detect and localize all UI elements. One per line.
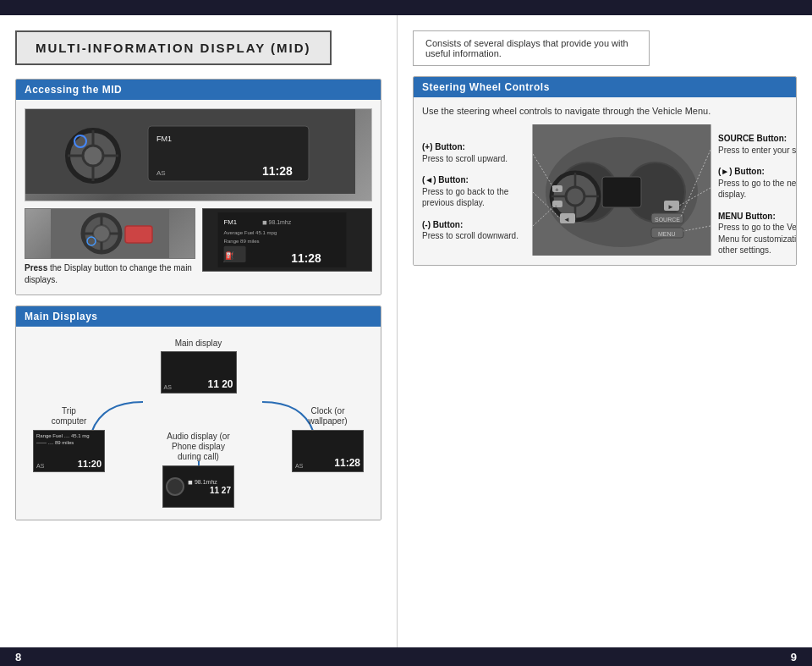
accessing-mid-content: FM1 11:28 AS (16, 100, 381, 294)
plus-button-label: (+) Button: Press to scroll upward. (422, 141, 525, 164)
svg-text:FM1: FM1 (156, 135, 172, 143)
clock-time: 11:28 (334, 457, 360, 469)
steering-description: Use the steering wheel controls to navig… (422, 106, 787, 116)
svg-point-2 (83, 146, 103, 166)
steering-controls-header: Steering Wheel Controls (414, 77, 796, 97)
next-button-title: (►) Button: (718, 167, 765, 176)
svg-text:-: - (555, 201, 557, 209)
plus-button-title: (+) Button: (422, 142, 465, 151)
back-button-title: (◄) Button: (422, 175, 469, 184)
next-button-label: (►) Button: Press to go to the next disp… (718, 166, 797, 201)
back-button-label: (◄) Button: Press to go back to the prev… (422, 174, 525, 209)
main-screen-time: 11 20 (207, 378, 233, 390)
mid-lower-left: Press the Display button to change the m… (25, 208, 195, 286)
svg-text:11:28: 11:28 (262, 164, 293, 178)
trip-computer-label: Trip computer (44, 406, 95, 427)
main-title-area: MULTI-INFORMATION DISPLAY (MID) (15, 30, 381, 65)
minus-button-text: Press to scroll downward. (422, 231, 518, 240)
main-screen-as: AS (164, 384, 172, 390)
svg-text:SOURCE: SOURCE (655, 217, 680, 223)
steering-controls-content: Use the steering wheel controls to navig… (414, 97, 796, 265)
clock-label: Clock (or wallpaper) (296, 406, 359, 427)
top-bar (0, 0, 812, 15)
mid-lower-row: Press the Display button to change the m… (25, 208, 372, 286)
mid-lower-right: FM1 ◼ 98.1mhz Average Fuel 45.1 mpg Rang… (202, 208, 373, 286)
menu-button-title: MENU Button: (718, 212, 776, 221)
svg-point-40 (566, 187, 584, 206)
main-displays-content: Main display AS 11 20 (16, 327, 381, 520)
main-display-screen: AS 11 20 (161, 351, 237, 394)
svg-text:◼ 98.1mhz: ◼ 98.1mhz (261, 219, 291, 225)
press-rest: the Display button to change the main di… (25, 263, 192, 284)
svg-text:AS: AS (156, 169, 166, 177)
bottom-bar: 8 9 (0, 647, 812, 666)
trip-computer-item: Trip computer Range Fuel .... 45.1 mg ——… (33, 406, 105, 472)
accessing-mid-header: Accessing the MID (16, 80, 381, 100)
trip-as: AS (36, 463, 44, 469)
svg-text:Average Fuel  45.1 mpg: Average Fuel 45.1 mpg (223, 230, 277, 235)
source-button-text: Press to enter your selection. (718, 146, 797, 155)
page-number-left: 8 (15, 651, 21, 663)
clock-as: AS (295, 463, 303, 469)
left-column: MULTI-INFORMATION DISPLAY (MID) Accessin… (0, 15, 398, 647)
svg-rect-47 (552, 201, 562, 207)
main-content: MULTI-INFORMATION DISPLAY (MID) Accessin… (0, 15, 812, 647)
audio-display-label: Audio display (or Phone display during c… (161, 432, 237, 462)
svg-text:MENU: MENU (658, 231, 676, 237)
main-display-label: Main display (175, 339, 222, 348)
title-description: Consists of several displays that provid… (413, 30, 650, 66)
audio-display-item: Audio display (or Phone display during c… (161, 432, 237, 508)
svg-text:◄: ◄ (563, 216, 570, 223)
trip-time: 11:20 (78, 459, 102, 469)
next-button-text: Press to go to the next display. (718, 179, 797, 200)
displays-diagram: Main display AS 11 20 (25, 339, 372, 508)
svg-text:⛽: ⛽ (225, 250, 234, 261)
steering-controls-section: Steering Wheel Controls Use the steering… (413, 76, 797, 266)
source-button-label: SOURCE Button: Press to enter your selec… (718, 133, 797, 156)
svg-text:Range         89 miles: Range 89 miles (223, 239, 259, 244)
page-number-right: 9 (791, 651, 797, 663)
clock-screen: AS 11:28 (292, 430, 364, 472)
steering-labels-right: SOURCE Button: Press to enter your selec… (711, 133, 797, 256)
press-bold: Press (25, 263, 47, 272)
minus-button-title: (-) Button: (422, 220, 463, 229)
svg-rect-38 (602, 177, 641, 207)
svg-rect-19 (125, 226, 152, 243)
display-button-image (25, 208, 195, 259)
audio-time: 11 27 (188, 486, 231, 495)
steering-labels-left: (+) Button: Press to scroll upward. (◄) … (422, 141, 532, 242)
steering-wheel-image: + - SOURCE MENU ► (532, 124, 711, 256)
clock-item: Clock (or wallpaper) AS 11:28 (292, 406, 364, 472)
display-screen-image: FM1 ◼ 98.1mhz Average Fuel 45.1 mpg Rang… (202, 208, 373, 272)
main-title: MULTI-INFORMATION DISPLAY (MID) (15, 30, 332, 65)
dashboard-placeholder: FM1 11:28 AS (25, 109, 371, 201)
audio-disc-icon (166, 477, 184, 496)
menu-button-label: MENU Button: Press to go to the Vehicle … (718, 211, 797, 256)
trip-line1: Range Fuel .... 45.1 mg (36, 433, 102, 440)
source-button-title: SOURCE Button: (718, 134, 787, 143)
back-button-text: Press to go back to the previous display… (422, 187, 508, 208)
mid-dashboard-image: FM1 11:28 AS (25, 108, 372, 201)
plus-button-text: Press to scroll upward. (422, 154, 508, 163)
trip-line2: —— .... 89 miles (36, 440, 102, 447)
main-displays-section: Main Displays Main display AS 11 20 (15, 305, 381, 520)
svg-text:+: + (555, 186, 559, 194)
accessing-mid-section: Accessing the MID (15, 79, 381, 295)
audio-freq: ◼ 98.1mhz (188, 479, 231, 486)
button-img-inner (25, 209, 195, 258)
press-description: Press the Display button to change the m… (25, 262, 195, 286)
trip-screen: Range Fuel .... 45.1 mg —— .... 89 miles… (33, 430, 105, 472)
svg-text:11:28: 11:28 (291, 251, 321, 265)
audio-screen: ◼ 98.1mhz 11 27 (162, 465, 234, 508)
right-column: Consists of several displays that provid… (398, 15, 812, 647)
minus-button-label: (-) Button: Press to scroll downward. (422, 219, 525, 242)
main-displays-header: Main Displays (16, 306, 381, 327)
steering-full-diagram: (+) Button: Press to scroll upward. (◄) … (422, 124, 787, 256)
svg-text:FM1: FM1 (223, 218, 237, 226)
main-display-item: Main display AS 11 20 (161, 339, 237, 394)
menu-button-text: Press to go to the Vehicle Menu for cust… (718, 223, 797, 255)
svg-text:►: ► (667, 203, 674, 211)
